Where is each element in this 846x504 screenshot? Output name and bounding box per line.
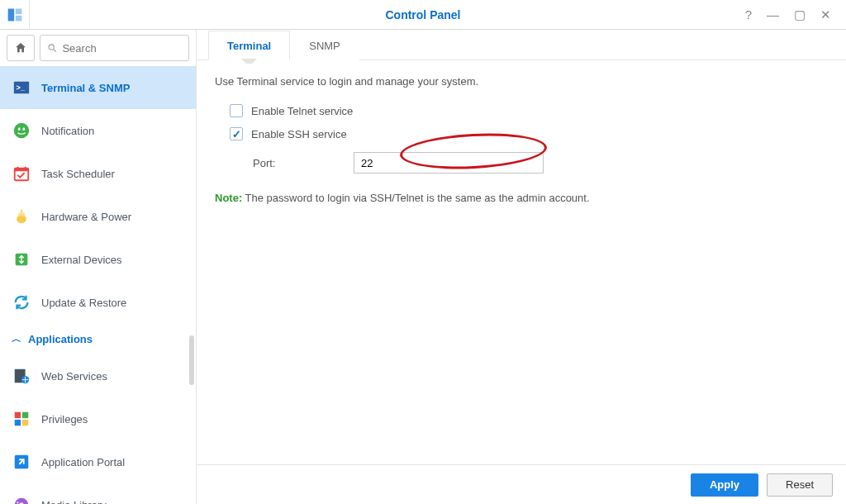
sidebar-item-external-devices[interactable]: External Devices bbox=[0, 238, 196, 281]
sidebar-item-label: Media Library bbox=[41, 499, 107, 505]
svg-point-9 bbox=[22, 127, 25, 131]
svg-rect-21 bbox=[22, 412, 28, 418]
sidebar: >_ Terminal & SNMP Notification Task Sch… bbox=[0, 30, 197, 504]
svg-point-16 bbox=[18, 212, 25, 216]
sidebar-item-label: Application Portal bbox=[41, 456, 125, 468]
telnet-checkbox[interactable] bbox=[230, 104, 243, 117]
sidebar-item-task-scheduler[interactable]: Task Scheduler bbox=[0, 152, 196, 195]
control-panel-icon bbox=[7, 7, 23, 23]
sidebar-item-label: Hardware & Power bbox=[41, 211, 131, 223]
maximize-icon[interactable]: ▢ bbox=[794, 7, 806, 22]
sidebar-item-label: Privileges bbox=[41, 413, 88, 426]
sidebar-item-media-library[interactable]: Media Library bbox=[0, 483, 196, 504]
help-icon[interactable]: ? bbox=[745, 7, 752, 22]
svg-rect-22 bbox=[15, 420, 21, 426]
sidebar-item-application-portal[interactable]: Application Portal bbox=[0, 440, 196, 483]
sidebar-item-label: External Devices bbox=[41, 254, 122, 266]
ssh-label: Enable SSH service bbox=[251, 128, 347, 140]
svg-rect-23 bbox=[22, 420, 28, 426]
svg-point-3 bbox=[49, 45, 54, 50]
sidebar-section-label: Applications bbox=[28, 333, 93, 345]
sidebar-item-privileges[interactable]: Privileges bbox=[0, 397, 196, 440]
port-row: Port: bbox=[253, 145, 828, 185]
sidebar-section-applications[interactable]: ︿ Applications bbox=[0, 324, 196, 354]
search-icon bbox=[47, 42, 57, 54]
close-icon[interactable]: ✕ bbox=[820, 7, 831, 22]
svg-rect-1 bbox=[15, 8, 21, 14]
terminal-icon: >_ bbox=[12, 78, 31, 97]
update-icon bbox=[12, 292, 31, 312]
svg-point-27 bbox=[17, 502, 19, 504]
titlebar: Control Panel ? — ▢ ✕ bbox=[0, 0, 846, 30]
footer-bar: Apply Reset bbox=[197, 464, 846, 504]
sidebar-item-label: Task Scheduler bbox=[41, 168, 115, 180]
ssh-row: Enable SSH service bbox=[230, 122, 828, 145]
svg-point-7 bbox=[14, 123, 29, 138]
sidebar-item-notification[interactable]: Notification bbox=[0, 109, 196, 152]
sidebar-item-label: Update & Restore bbox=[41, 297, 126, 309]
sidebar-item-update-restore[interactable]: Update & Restore bbox=[0, 281, 196, 324]
tab-terminal[interactable]: Terminal bbox=[208, 31, 290, 60]
svg-text:>_: >_ bbox=[17, 83, 26, 92]
sidebar-item-web-services[interactable]: Web Services bbox=[0, 354, 196, 397]
scheduler-icon bbox=[12, 164, 31, 183]
sidebar-nav: >_ Terminal & SNMP Notification Task Sch… bbox=[0, 66, 196, 504]
svg-line-4 bbox=[54, 50, 56, 52]
telnet-row: Enable Telnet service bbox=[230, 99, 828, 122]
app-icon bbox=[0, 0, 30, 30]
sidebar-item-label: Terminal & SNMP bbox=[41, 82, 130, 94]
svg-point-8 bbox=[18, 127, 21, 131]
note-text: The password to login via SSH/Telnet is … bbox=[245, 192, 590, 204]
ssh-checkbox[interactable] bbox=[230, 127, 243, 140]
sidebar-item-terminal-snmp[interactable]: >_ Terminal & SNMP bbox=[0, 66, 196, 109]
note-label: Note: bbox=[215, 192, 242, 204]
telnet-label: Enable Telnet service bbox=[251, 105, 353, 117]
search-box[interactable] bbox=[40, 35, 189, 61]
tab-snmp[interactable]: SNMP bbox=[290, 31, 359, 60]
svg-rect-2 bbox=[15, 15, 21, 21]
window-title: Control Panel bbox=[0, 8, 846, 21]
port-input[interactable] bbox=[354, 152, 544, 174]
reset-button[interactable]: Reset bbox=[767, 473, 833, 497]
notification-icon bbox=[12, 121, 31, 140]
sidebar-scrollbar[interactable] bbox=[189, 335, 194, 385]
web-icon bbox=[12, 366, 31, 386]
sidebar-item-label: Notification bbox=[41, 125, 94, 137]
note-row: Note: The password to login via SSH/Teln… bbox=[215, 192, 828, 204]
svg-rect-0 bbox=[7, 8, 14, 21]
minimize-icon[interactable]: — bbox=[767, 7, 779, 22]
media-icon bbox=[12, 495, 31, 504]
apply-button[interactable]: Apply bbox=[691, 473, 758, 497]
home-button[interactable] bbox=[7, 35, 35, 61]
port-label: Port: bbox=[253, 157, 344, 169]
terminal-description: Use Terminal service to login and manage… bbox=[215, 75, 828, 88]
home-icon bbox=[14, 41, 27, 55]
hardware-icon bbox=[12, 207, 31, 226]
external-icon bbox=[12, 250, 31, 269]
sidebar-item-label: Web Services bbox=[41, 370, 107, 383]
chevron-up-icon: ︿ bbox=[12, 332, 21, 346]
svg-rect-11 bbox=[15, 169, 29, 172]
sidebar-item-hardware-power[interactable]: Hardware & Power bbox=[0, 195, 196, 238]
terminal-settings: Use Terminal service to login and manage… bbox=[197, 60, 846, 219]
portal-icon bbox=[12, 452, 31, 472]
search-input[interactable] bbox=[62, 42, 182, 55]
svg-rect-20 bbox=[15, 412, 21, 418]
main-panel: Terminal SNMP Use Terminal service to lo… bbox=[197, 30, 846, 504]
tab-bar: Terminal SNMP bbox=[197, 30, 846, 60]
privileges-icon bbox=[12, 409, 31, 429]
